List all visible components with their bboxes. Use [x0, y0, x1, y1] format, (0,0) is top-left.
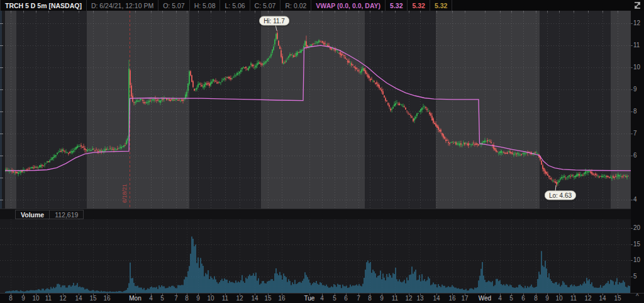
time-axis-label: 16 [103, 295, 110, 302]
time-axis-tick [23, 294, 24, 295]
price-chart-pane[interactable]: 6/18/21 Hi: 11.7 Lo: 4.63 [0, 11, 631, 209]
top-axis-ticks [11, 11, 618, 13]
time-axis-label: 9 [21, 295, 25, 302]
event-date-label: 6/18/21 [121, 184, 128, 203]
time-axis-tick [452, 294, 453, 295]
time-axis-tick [588, 294, 589, 295]
time-axis-tick [574, 294, 574, 295]
time-axis-label: 8 [368, 295, 372, 302]
time-axis-tick [48, 294, 49, 295]
price-axis-tick [631, 89, 633, 90]
ohlc-field: R: 0.02 [280, 0, 311, 11]
collapse-chevron-icon[interactable]: ^ [636, 294, 639, 300]
vwap-line [5, 45, 631, 171]
volume-axis-label: 10 [633, 257, 640, 263]
time-axis-tick [436, 294, 437, 295]
time-axis-tick [63, 294, 64, 295]
pane-left-gap [2, 11, 5, 209]
volume-axis-tick [631, 277, 633, 277]
price-axis-tick [631, 23, 633, 24]
chart-header: TRCH 5 D 5m [NASDAQ] D: 6/24/21, 12:10 P… [0, 0, 644, 11]
time-axis[interactable]: 89101112141516Mon45789101112141516Tue456… [0, 293, 644, 303]
ohlc-field: O: 5.07 [158, 0, 189, 11]
time-axis-tick [282, 294, 282, 295]
time-axis-label: 15 [614, 295, 621, 302]
time-axis-label: 15 [89, 295, 96, 302]
volume-canvas[interactable] [0, 219, 631, 293]
time-gridlines [11, 11, 618, 209]
time-axis-label: 7 [174, 295, 178, 302]
vwap-value: 5.32 [386, 0, 408, 11]
time-axis-tick [36, 294, 36, 295]
time-axis-label: 9 [545, 295, 549, 302]
time-axis-tick [420, 294, 421, 295]
time-axis-label: 8 [534, 295, 538, 302]
ohlc-field: D: 6/24/21, 12:10 PM [87, 0, 158, 11]
time-axis-tick [346, 294, 347, 295]
maximize-icon[interactable] [633, 1, 642, 10]
price-axis-tick [631, 200, 633, 200]
time-axis-label: 14 [75, 295, 82, 302]
pane-left-strip [0, 11, 2, 209]
time-axis-tick [151, 294, 152, 295]
vwap-study-label[interactable]: VWAP (0.0, 0.0, DAY) [311, 0, 386, 11]
time-axis-label: 9 [196, 295, 200, 302]
time-axis-tick [225, 294, 226, 295]
time-axis-label: 8 [185, 295, 189, 302]
volume-axis-tick [631, 260, 633, 261]
time-axis-label: 4 [149, 295, 153, 302]
time-axis-tick [107, 294, 108, 295]
time-axis-label: 14 [251, 295, 258, 302]
time-axis-label: 12 [405, 295, 412, 302]
time-axis-label: 11 [392, 295, 398, 302]
time-axis-tick [485, 294, 486, 295]
time-axis-tick [395, 294, 396, 295]
time-axis-label: 6 [521, 295, 525, 302]
price-axis-label: 7 [633, 130, 637, 137]
time-axis-label: 17 [461, 295, 468, 302]
up-candle-wicks [6, 33, 627, 186]
high-price-text: Hi: 11.7 [264, 18, 285, 25]
symbol-title[interactable]: TRCH 5 D 5m [NASDAQ] [0, 0, 87, 11]
time-axis-tick [559, 294, 560, 295]
volume-axis-label: 5 [633, 273, 637, 280]
vwap-value: 5.32 [408, 0, 430, 11]
time-axis-tick [93, 294, 94, 295]
volume-time-gridlines [11, 219, 618, 293]
time-axis-tick [268, 294, 269, 295]
time-axis-tick [547, 294, 548, 295]
time-axis-label: 14 [599, 295, 606, 302]
low-price-text: Lo: 4.63 [549, 192, 572, 199]
low-price-callout: Lo: 4.63 [545, 191, 576, 200]
time-axis-tick [198, 294, 199, 295]
time-axis-label: 14 [433, 295, 440, 302]
price-axis-label: 11 [633, 42, 640, 49]
time-axis-day-label: Wed [479, 295, 491, 302]
time-axis-label: 5 [333, 295, 336, 302]
price-axis-tick [631, 111, 633, 112]
time-axis-tick [11, 294, 11, 295]
volume-axis-tick [631, 228, 633, 229]
time-axis-label: 12 [59, 295, 66, 302]
candlestick-canvas[interactable]: 6/18/21 [0, 11, 631, 209]
extended-hours-band [365, 11, 436, 209]
time-axis-tick [309, 294, 310, 295]
time-axis-day-label: Mon [129, 295, 141, 302]
down-candle-wicks [7, 30, 628, 187]
time-axis-tick [618, 294, 618, 295]
time-axis-label: 12 [236, 295, 243, 302]
time-axis-label: 11 [570, 295, 577, 302]
price-axis-tick [631, 45, 633, 46]
volume-study-label[interactable]: Volume [15, 210, 49, 219]
time-axis-tick [255, 294, 255, 295]
time-axis-label: 11 [45, 295, 52, 302]
time-axis-day-label: Tue [304, 295, 315, 302]
volume-chart-pane[interactable] [0, 219, 631, 293]
time-axis-label: 7 [357, 295, 360, 302]
time-axis-tick [176, 294, 177, 295]
time-axis-tick [322, 294, 323, 295]
time-axis-tick [602, 294, 603, 295]
time-axis-tick [536, 294, 536, 295]
price-axis-label: 9 [633, 86, 637, 93]
time-axis-tick [500, 294, 501, 295]
